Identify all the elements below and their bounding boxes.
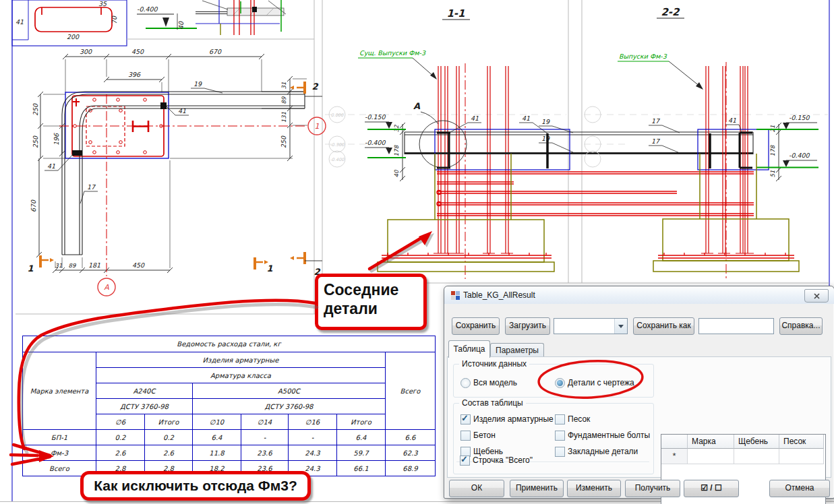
dim-label: 196	[53, 133, 60, 146]
dim-label: 89	[69, 262, 76, 269]
dim-label: 250	[32, 103, 39, 116]
dim-label: 32	[393, 125, 400, 132]
dim-label: 40	[177, 21, 185, 30]
checkbox-label[interactable]: Песок	[568, 414, 590, 424]
section-1-1: 1-1 Сущ. Выпуски Фм-3	[329, 7, 754, 279]
dim-label: 450	[132, 261, 145, 269]
plan-foundation-outline	[65, 92, 169, 158]
checkbox-embedded-details[interactable]	[555, 447, 565, 457]
checkbox-label[interactable]: Строчка "Всего"	[473, 455, 533, 465]
annotation-question: Как исключить отсюда Фм3?	[80, 471, 311, 501]
checkbox-label[interactable]: Бетон	[473, 431, 496, 440]
green-note: Сущ. Выпуски Фм-3	[359, 49, 426, 57]
stirrup-detail-view: 35 200 70 41	[16, 0, 118, 40]
column-header: ∅10	[193, 414, 241, 430]
checkbox-concrete[interactable]	[460, 431, 471, 441]
checkbox-label[interactable]: Фундаментные болты	[568, 431, 650, 440]
dim-label: 178	[393, 144, 400, 156]
position-label: 41	[728, 117, 736, 124]
radio-details-label[interactable]: Детали с чертежа	[568, 378, 634, 387]
group-label: Источник данных	[459, 359, 529, 369]
dim-label: 181	[88, 261, 100, 269]
column-header: ДСТУ 3760-98	[193, 399, 386, 414]
plan-centerlines	[59, 94, 307, 276]
green-note: Выпуски Фм-3	[619, 53, 667, 60]
checkbox-foundation-bolts[interactable]	[555, 431, 565, 441]
position-label: 19	[541, 118, 550, 125]
position-label: 17	[87, 183, 96, 191]
dim-label: 300	[80, 48, 92, 55]
checkbox-label[interactable]: Закладные детали	[568, 447, 638, 456]
rebar-outlets	[434, 66, 513, 253]
tab-table[interactable]: Таблица	[448, 340, 490, 358]
dim-label: 396	[128, 71, 141, 78]
section-title: 1-1	[446, 7, 465, 20]
embed-u-detail	[740, 133, 752, 168]
dim-label: 450	[131, 48, 144, 55]
radio-all-model[interactable]	[460, 378, 471, 388]
section-number: 2	[311, 82, 318, 92]
column-header: А240С	[96, 383, 193, 399]
column-header: Всего	[386, 352, 436, 430]
save-as-button[interactable]: Сохранить как	[633, 317, 694, 335]
grid-cell[interactable]	[779, 449, 824, 464]
dim-label: 89	[280, 96, 287, 104]
app-icon	[450, 290, 460, 301]
combobox-arrow[interactable]	[614, 319, 627, 334]
get-button[interactable]: Получить	[625, 480, 680, 497]
help-button[interactable]: Справка...	[779, 317, 823, 335]
checkbox-total-row[interactable]	[460, 455, 470, 466]
foundation-1-1	[378, 154, 554, 272]
plan-dimensions	[36, 54, 307, 273]
position-label: 41	[178, 107, 186, 115]
grid-header-sand[interactable]: Песок	[779, 435, 824, 449]
apply-button[interactable]: Применить	[510, 480, 564, 497]
save-as-name-input[interactable]	[698, 318, 774, 334]
section-leaders	[450, 123, 573, 152]
dim-label: 70	[111, 15, 118, 24]
dim-label: 131	[280, 112, 287, 123]
dim-label: 670	[209, 48, 222, 55]
column-header: ∅16	[289, 414, 337, 430]
grid-cell[interactable]	[734, 449, 779, 464]
close-button[interactable]	[804, 289, 829, 303]
checkbox-rebar-products[interactable]	[460, 414, 471, 424]
grid-header-marka[interactable]: Марка	[688, 435, 734, 449]
radio-details-from-drawing[interactable]	[555, 378, 565, 388]
chevron-down-icon	[618, 325, 624, 328]
grid-header-gravel[interactable]: Щебень	[734, 435, 779, 449]
checkbox-sand[interactable]	[555, 414, 565, 424]
column-header: Изделия арматурные	[96, 352, 386, 368]
axis-label: 1	[315, 122, 320, 131]
tab-page-table: Источник данных Вся модель Детали с черт…	[447, 356, 831, 478]
cell-element: Фм-3	[23, 445, 96, 461]
cancel-button[interactable]: Отмена	[769, 480, 830, 497]
grid-cell[interactable]	[688, 449, 734, 464]
section-leaders	[649, 125, 742, 153]
tab-parameters[interactable]: Параметры	[490, 343, 544, 358]
dim-label: 51	[769, 170, 776, 178]
checkbox-label[interactable]: Изделия арматурные	[473, 414, 554, 424]
load-button[interactable]: Загрузить	[505, 317, 550, 335]
close-icon	[814, 293, 820, 299]
save-button[interactable]: Сохранить	[452, 317, 500, 335]
dim-label: 250	[32, 135, 39, 148]
level-bubbles	[585, 106, 601, 167]
edit-button[interactable]: Изменить	[567, 480, 621, 497]
ok-button[interactable]: ОК	[449, 480, 504, 497]
elevation-label: -0.400	[365, 139, 386, 146]
grid-corner	[661, 435, 688, 449]
dim-label: 250	[280, 135, 287, 148]
table-kg-allresult-dialog: Table_KG_AllResult Сохранить Загрузить С…	[444, 286, 834, 499]
saved-tables-combobox[interactable]	[554, 318, 628, 334]
level-bubbles: 0.000 -0.300 -0.400	[329, 106, 345, 167]
axis-label: А	[104, 283, 109, 292]
steel-consumption-table: Ведомость расхода стали, кг Марка элемен…	[22, 336, 436, 476]
elevation-label: -0.150	[789, 114, 810, 121]
checkbox-label[interactable]: Щебень	[473, 447, 503, 456]
cad-application-window: 35 200 70 41 -0.400 40	[0, 0, 834, 504]
level-label: -0.400	[330, 157, 345, 162]
radio-all-model-label[interactable]: Вся модель	[473, 378, 517, 387]
dialog-titlebar[interactable]: Table_KG_AllResult	[444, 286, 834, 304]
toggle-checks-button[interactable]: ☑ / ☐	[684, 480, 739, 497]
